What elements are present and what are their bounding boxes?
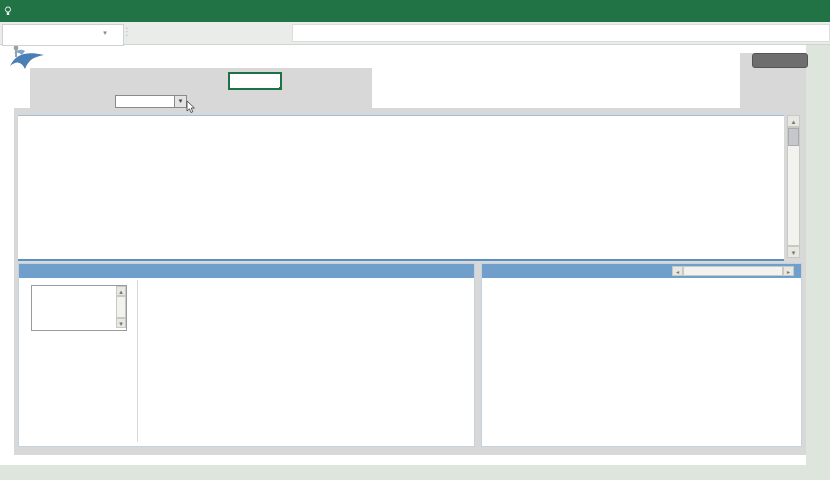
excel-ribbon [0,0,830,22]
worksheet: ▼ ▲ ▼ ▲ ▼ [0,44,830,480]
scroll-thumb[interactable] [788,128,799,146]
revenue-budget-panel: ▲ ▼ [18,263,475,447]
lightbulb-icon [4,6,12,16]
selected-cell[interactable] [228,72,282,90]
table-scrollbar[interactable]: ▲ ▼ [787,115,800,258]
kpi-table [18,115,784,261]
line-chart [482,264,801,446]
filter-panel-background [30,68,372,111]
tell-me-box[interactable] [4,6,16,16]
formula-bar: ▼ ⋮ [0,22,830,45]
sheet-bottom-margin [0,465,806,480]
dropdown-arrow-icon[interactable]: ▼ [174,96,186,107]
sheet-right-margin [806,44,830,480]
name-box-arrow-icon[interactable]: ▼ [102,30,108,36]
profit-trend-panel: ◂ ▸ [481,263,802,447]
app-logo [8,44,46,80]
scroll-down-icon[interactable]: ▼ [787,246,800,258]
cell-fill-handle[interactable] [279,87,282,90]
scroll-up-icon[interactable]: ▲ [787,115,800,127]
instructions-button[interactable] [752,53,808,68]
formula-bar-divider: ⋮ [122,26,132,37]
formula-input[interactable] [292,24,830,42]
division-dropdown[interactable]: ▼ [115,95,187,108]
bar-chart [19,264,474,446]
